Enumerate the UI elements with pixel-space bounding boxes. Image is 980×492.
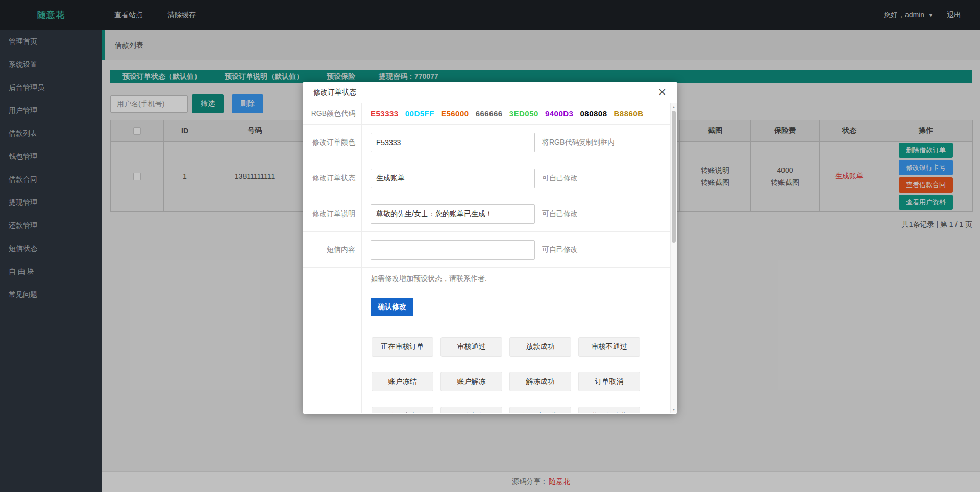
color-code: B8860B <box>614 109 644 118</box>
rgb-codes-label: RGB颜色代码 <box>303 103 362 124</box>
order-status-hint: 可自己修改 <box>542 174 578 183</box>
scrollbar-thumb[interactable] <box>672 111 676 243</box>
preset-credit-flow-button[interactable]: 信用流水 <box>372 407 433 413</box>
order-desc-hint: 可自己修改 <box>542 209 578 219</box>
confirm-row: 确认修改 <box>303 290 670 324</box>
order-status-row: 修改订单状态 可自己修改 <box>303 160 670 196</box>
preset-row-1: 正在审核订单 审核通过 放款成功 审核不通过 <box>372 337 670 357</box>
scroll-up-icon[interactable]: ▲ <box>671 104 677 110</box>
preset-bank-card-error-button[interactable]: 银行卡异常 <box>509 407 571 413</box>
sms-content-input[interactable] <box>371 240 535 260</box>
preset-row-2: 账户冻结 账户解冻 解冻成功 订单取消 <box>372 372 670 391</box>
note-row: 如需修改增加预设状态，请联系作者. <box>303 268 670 290</box>
contact-author-note: 如需修改增加预设状态，请联系作者. <box>371 274 487 284</box>
preset-paying-button[interactable]: 正在打款 <box>440 407 502 413</box>
color-code: 9400D3 <box>545 109 574 118</box>
preset-collect-insurance-button[interactable]: 收取保险费 <box>578 407 640 413</box>
order-desc-row: 修改订单说明 可自己修改 <box>303 196 670 232</box>
color-code: E56000 <box>441 109 469 118</box>
preset-rejected-button[interactable]: 审核不通过 <box>578 337 640 357</box>
color-code: E53333 <box>371 109 399 118</box>
preset-account-frozen-button[interactable]: 账户冻结 <box>372 372 433 391</box>
order-desc-input[interactable] <box>371 204 535 224</box>
edit-order-status-modal: 修改订单状态 × RGB颜色代码 E53333 00D5FF E56000 66… <box>303 82 677 414</box>
order-status-label: 修改订单状态 <box>303 160 362 196</box>
color-code: 666666 <box>476 109 503 118</box>
sms-content-label: 短信内容 <box>303 232 362 267</box>
rgb-codes-list: E53333 00D5FF E56000 666666 3ED050 9400D… <box>362 103 670 124</box>
close-icon[interactable]: × <box>657 87 667 98</box>
order-status-input[interactable] <box>371 169 535 188</box>
color-code: 00D5FF <box>405 109 434 118</box>
order-color-input[interactable] <box>371 133 535 152</box>
modal-title: 修改订单状态 <box>313 88 356 97</box>
color-code: 080808 <box>580 109 607 118</box>
preset-reviewing-button[interactable]: 正在审核订单 <box>372 337 433 357</box>
sms-content-hint: 可自己修改 <box>542 245 578 254</box>
modal-scrollbar[interactable]: ▲ ▼ <box>670 103 677 413</box>
rgb-codes-row: RGB颜色代码 E53333 00D5FF E56000 666666 3ED0… <box>303 103 670 125</box>
scroll-down-icon[interactable]: ▼ <box>671 406 677 413</box>
color-code: 3ED050 <box>509 109 538 118</box>
preset-unfreeze-success-button[interactable]: 解冻成功 <box>509 372 571 391</box>
preset-approved-button[interactable]: 审核通过 <box>440 337 502 357</box>
preset-loan-success-button[interactable]: 放款成功 <box>509 337 571 357</box>
preset-row-3: 信用流水 正在打款 银行卡异常 收取保险费 <box>372 407 670 413</box>
modal-header: 修改订单状态 × <box>303 82 677 103</box>
preset-account-unfrozen-button[interactable]: 账户解冻 <box>440 372 502 391</box>
preset-status-area: 正在审核订单 审核通过 放款成功 审核不通过 账户冻结 账户解冻 解冻成功 订单… <box>303 324 670 413</box>
modal-body: RGB颜色代码 E53333 00D5FF E56000 666666 3ED0… <box>303 103 677 413</box>
order-color-hint: 将RGB代码复制到框内 <box>542 138 615 147</box>
order-color-label: 修改订单颜色 <box>303 125 362 160</box>
confirm-edit-button[interactable]: 确认修改 <box>371 298 413 316</box>
sms-content-row: 短信内容 可自己修改 <box>303 232 670 268</box>
order-color-row: 修改订单颜色 将RGB代码复制到框内 <box>303 125 670 160</box>
preset-order-cancelled-button[interactable]: 订单取消 <box>578 372 640 391</box>
order-desc-label: 修改订单说明 <box>303 196 362 231</box>
